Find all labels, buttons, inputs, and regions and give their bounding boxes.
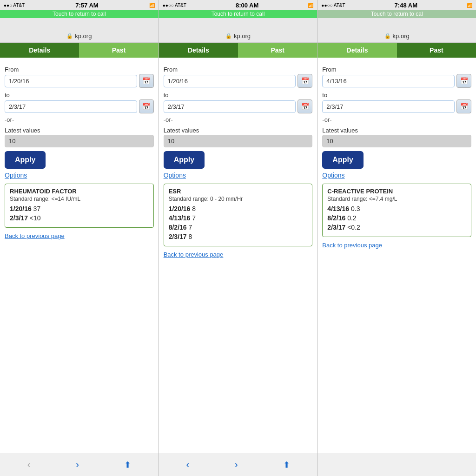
status-top-3: ●●○○ AT&T 7:48 AM 📶 [317,0,476,9]
result-entry-3-0: 4/13/16 0.3 [327,205,466,212]
result-card-3: C-REACTIVE PROTEIN Standard range: <=7.4… [322,184,471,237]
to-cal-btn-1[interactable]: 📅 [139,99,154,113]
tab-past-1[interactable]: Past [79,43,158,58]
time-2: 8:00 AM [236,2,258,9]
tab-row-2: Details Past [159,43,317,58]
from-input-3[interactable] [322,75,455,87]
options-link-1[interactable]: Options [5,172,154,179]
content-1: From 📅 to 📅 -or- Latest values Apply Opt… [0,58,159,453]
forward-btn-1[interactable]: › [72,457,83,473]
or-text-1: -or- [5,116,154,123]
apply-btn-2[interactable]: Apply [164,151,205,169]
url-bar-3: 🔒 kp.org [317,30,476,43]
result-entry-3-1: 8/2/16 0.2 [327,214,466,222]
status-panel-2: ●●○○ AT&T 8:00 AM 📶 Touch to return to c… [159,0,318,30]
from-input-1[interactable] [5,75,137,87]
apply-btn-3[interactable]: Apply [322,151,363,169]
from-cal-btn-3[interactable]: 📅 [456,74,471,88]
result-card-1: RHEUMATOID FACTOR Standard range: <=14 I… [5,184,154,228]
status-panel-1: ●●○ AT&T 7:57 AM 📶 Touch to return to ca… [0,0,159,30]
signal-1: ●●○ AT&T [4,3,25,8]
forward-btn-2[interactable]: › [231,457,242,473]
phone-panel-2: 🔒 kp.org Details Past From 📅 to 📅 -or- L… [159,30,318,453]
phone-panel-3: 🔒 kp.org Details Past From 📅 to 📅 -or- L… [317,30,476,453]
from-label-3: From [322,66,471,73]
result-entry-1-1: 2/3/17 <10 [10,214,149,222]
share-btn-2[interactable]: ⬆ [279,458,294,472]
lock-icon-3: 🔒 [384,33,391,39]
to-label-3: to [322,92,471,99]
to-cal-btn-3[interactable]: 📅 [456,99,471,113]
from-label-1: From [5,66,154,73]
or-text-3: -or- [322,116,471,123]
latest-input-1[interactable] [5,135,154,147]
url-bar-1: 🔒 kp.org [0,30,159,43]
touch-return-1[interactable]: Touch to return to call [0,10,159,18]
url-text-3: kp.org [393,33,410,40]
back-link-3[interactable]: Back to previous page [322,242,471,249]
latest-label-3: Latest values [322,127,471,134]
result-entry-2-3: 2/3/17 8 [169,233,308,240]
back-link-2[interactable]: Back to previous page [164,251,313,258]
tab-details-2[interactable]: Details [159,43,238,58]
url-bar-2: 🔒 kp.org [159,30,317,43]
back-btn-1[interactable]: ‹ [24,457,34,473]
status-top-2: ●●○○ AT&T 8:00 AM 📶 [159,0,317,9]
result-range-3: Standard range: <=7.4 mg/L [327,196,466,202]
bottom-nav-panel-2: ‹ › ⬆ [159,453,318,476]
tab-details-3[interactable]: Details [317,43,397,58]
wifi-3: 📶 [467,3,472,8]
from-row-1: 📅 [5,74,154,88]
lock-icon-1: 🔒 [66,33,73,39]
latest-label-2: Latest values [164,127,313,134]
to-label-2: to [164,92,313,99]
url-text-1: kp.org [75,33,92,40]
from-cal-btn-2[interactable]: 📅 [298,74,312,88]
tab-past-3[interactable]: Past [397,43,476,58]
lock-icon-2: 🔒 [225,33,232,39]
wifi-1: 📶 [149,3,155,8]
result-entry-2-1: 4/13/16 7 [169,214,308,222]
status-panel-3: ●●○○ AT&T 7:48 AM 📶 Touch to return to c… [317,0,476,30]
result-title-3: C-REACTIVE PROTEIN [327,188,466,195]
latest-label-1: Latest values [5,127,154,134]
url-text-2: kp.org [234,33,251,40]
to-input-1[interactable] [5,100,137,113]
content-3: From 📅 to 📅 -or- Latest values Apply Opt… [317,58,476,453]
share-btn-1[interactable]: ⬆ [120,458,135,472]
result-entry-3-2: 2/3/17 <0.2 [327,224,466,231]
apply-btn-1[interactable]: Apply [5,151,46,169]
back-btn-2[interactable]: ‹ [182,457,193,473]
tab-details-1[interactable]: Details [0,43,79,58]
status-top-1: ●●○ AT&T 7:57 AM 📶 [0,0,159,9]
back-link-1[interactable]: Back to previous page [5,232,154,239]
options-link-2[interactable]: Options [164,172,313,179]
time-1: 7:57 AM [75,2,98,9]
tab-row-3: Details Past [317,43,476,58]
options-link-3[interactable]: Options [322,172,471,179]
signal-2: ●●○○ AT&T [163,3,186,8]
tab-past-2[interactable]: Past [238,43,317,58]
bottom-nav-panel-3 [317,453,476,476]
tab-row-1: Details Past [0,43,159,58]
result-title-2: ESR [169,188,308,195]
status-bar-row: ●●○ AT&T 7:57 AM 📶 Touch to return to ca… [0,0,476,30]
to-input-3[interactable] [322,100,455,113]
from-label-2: From [164,66,313,73]
touch-return-3[interactable]: Touch to return to cal [317,10,476,18]
from-cal-btn-1[interactable]: 📅 [139,74,154,88]
result-entry-2-2: 8/2/16 7 [169,224,308,231]
bottom-nav-panel-1: ‹ › ⬆ [0,453,159,476]
content-2: From 📅 to 📅 -or- Latest values Apply Opt… [159,58,317,453]
result-entry-2-0: 1/20/16 8 [169,205,308,212]
to-input-2[interactable] [164,100,296,113]
phone-panel-1: 🔒 kp.org Details Past From 📅 to 📅 -or- L… [0,30,159,453]
from-row-3: 📅 [322,74,471,88]
signal-3: ●●○○ AT&T [321,3,345,8]
latest-input-3[interactable] [322,135,471,147]
touch-return-2[interactable]: Touch to return to call [159,10,317,18]
from-row-2: 📅 [164,74,313,88]
to-cal-btn-2[interactable]: 📅 [298,99,312,113]
from-input-2[interactable] [164,75,296,87]
latest-input-2[interactable] [164,135,313,147]
